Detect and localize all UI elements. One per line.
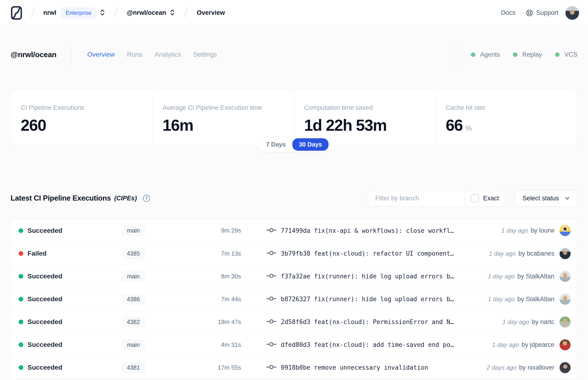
author: by jdpearce (521, 341, 554, 348)
green-dot-icon (513, 53, 517, 57)
commit-message[interactable]: 3b79fb38 feat(nx-cloud): refactor UI com… (281, 250, 484, 257)
git-commit-icon (266, 364, 277, 371)
commit-message[interactable]: 2d58f6d3 feat(nx-cloud): PermissionError… (281, 318, 498, 325)
status-dot (19, 342, 23, 347)
time-ago: 1 day ago (492, 341, 519, 348)
status-dot (19, 365, 23, 370)
commit-message[interactable]: f37a32ae fix(runner): hide log upload er… (281, 273, 483, 280)
date-range-toggle: 7 Days 30 Days (258, 137, 330, 152)
branch-filter-input[interactable] (368, 190, 464, 206)
time-ago: 1 day ago (488, 296, 515, 303)
exact-label: Exact (483, 195, 499, 202)
branch-chip[interactable]: 4381 (122, 362, 145, 373)
author: by lourw (531, 227, 554, 234)
docs-link[interactable]: Docs (501, 9, 515, 17)
duration: 9m 29s (169, 227, 241, 234)
tab-analytics[interactable]: Analytics (154, 51, 181, 58)
tab-runs[interactable]: Runs (127, 51, 142, 58)
stat-card-cipe-count: CI Pipeline Executions 260 (11, 90, 152, 145)
row-meta: 1 day agoby bcabanes (489, 250, 554, 257)
status-vcs: VCS (555, 51, 577, 58)
user-avatar[interactable] (565, 6, 579, 20)
author-avatar (560, 271, 570, 282)
top-nav: nrwl Enterprise @nrwl/ocean Overview Doc… (0, 0, 588, 26)
range-7-days[interactable]: 7 Days (259, 138, 292, 151)
branch-chip[interactable]: main (122, 340, 145, 350)
commit-message[interactable]: dfed80d3 feat(nx-cloud): add time-saved … (281, 341, 487, 348)
author-avatar (560, 317, 570, 327)
git-commit-icon (266, 250, 277, 257)
range-30-days[interactable]: 30 Days (292, 138, 329, 151)
breadcrumb-separator (30, 6, 35, 19)
support-link[interactable]: Support (526, 9, 558, 17)
workspace-switcher-chevron-icon[interactable] (169, 9, 175, 17)
author-avatar (560, 294, 570, 305)
git-commit-icon (266, 319, 277, 325)
lifebuoy-icon (526, 9, 533, 17)
status-label: Succeeded (28, 341, 98, 348)
status-label: Succeeded (28, 227, 98, 234)
branch-chip[interactable]: main (122, 225, 145, 236)
table-row[interactable]: Succeeded main 8m 30s f37a32ae fix(runne… (11, 265, 577, 287)
table-row[interactable]: Succeeded main 9m 29s 771499da fix(nx-ap… (11, 219, 577, 242)
exact-checkbox[interactable] (471, 194, 479, 202)
status-replay: Replay (513, 51, 542, 58)
cipes-header: Latest CI Pipeline Executions (CIPEs) ? … (11, 190, 577, 206)
status-dot (19, 320, 23, 324)
breadcrumb-workspace[interactable]: @nrwl/ocean (127, 9, 166, 17)
duration: 8m 30s (169, 273, 241, 280)
status-dot (19, 251, 23, 256)
commit-message[interactable]: 771499da fix(nx-api & workflows): close … (281, 227, 496, 234)
table-row[interactable]: Succeeded main 4m 31s dfed80d3 feat(nx-c… (11, 333, 577, 356)
green-dot-icon (555, 53, 560, 57)
author: by StalkAltan (517, 273, 554, 280)
status-agents: Agents (471, 51, 500, 58)
status-label: Succeeded (28, 295, 98, 303)
git-commit-icon (266, 342, 277, 348)
author: by nartc (532, 318, 554, 325)
help-icon[interactable]: ? (143, 195, 150, 202)
duration: 7m 13s (169, 250, 241, 257)
status-dot (19, 228, 23, 233)
branch-chip[interactable]: 4386 (122, 294, 145, 304)
stat-card-cache-hit: Cache hit rate 66% (436, 90, 577, 145)
table-row[interactable]: Succeeded 4386 7m 44s b8726327 fix(runne… (11, 287, 577, 310)
branch-chip[interactable]: main (122, 271, 145, 282)
select-status-dropdown[interactable]: Select status (515, 190, 577, 206)
status-label: Failed (28, 250, 98, 257)
status-dot (19, 297, 23, 302)
author-avatar (560, 225, 570, 236)
row-meta: 1 day agoby jdpearce (492, 341, 554, 348)
git-commit-icon (266, 228, 277, 234)
green-dot-icon (471, 53, 475, 57)
nx-cloud-logo[interactable] (11, 6, 22, 20)
duration: 17m 55s (169, 364, 241, 371)
branch-chip[interactable]: 4385 (122, 248, 145, 259)
tab-settings[interactable]: Settings (193, 51, 217, 58)
table-row[interactable]: Succeeded 4381 17m 55s 0918b0be remove u… (11, 356, 577, 379)
duration: 4m 31s (169, 341, 241, 348)
author: by nixallover (519, 364, 554, 371)
cipe-table: Succeeded main 9m 29s 771499da fix(nx-ap… (11, 219, 577, 379)
table-row[interactable]: Failed 4385 7m 13s 3b79fb38 feat(nx-clou… (11, 242, 577, 265)
row-meta: 2 days agoby nixallover (487, 364, 554, 371)
branch-chip[interactable]: 4382 (122, 317, 145, 327)
time-ago: 1 day ago (489, 250, 516, 257)
author-avatar (560, 339, 570, 350)
breadcrumb-separator (183, 6, 189, 19)
commit-message[interactable]: b8726327 fix(runner): hide log upload er… (281, 296, 483, 303)
breadcrumb-separator (114, 6, 119, 19)
table-row[interactable]: Succeeded 4382 19m 47s 2d58f6d3 feat(nx-… (11, 310, 577, 333)
author: by StalkAltan (517, 296, 554, 303)
duration: 7m 44s (169, 296, 241, 303)
author: by bcabanes (518, 250, 554, 257)
git-commit-icon (266, 296, 277, 303)
time-ago: 1 day ago (488, 273, 515, 280)
tab-overview[interactable]: Overview (87, 51, 115, 58)
page-title: @nrwl/ocean (11, 50, 57, 59)
divider (72, 44, 72, 65)
commit-message[interactable]: 0918b0be remove unnecessary invalidation (281, 364, 482, 371)
time-ago: 1 day ago (501, 227, 528, 234)
breadcrumb-org[interactable]: nrwl (43, 9, 57, 17)
org-switcher-chevron-icon[interactable] (99, 9, 106, 17)
